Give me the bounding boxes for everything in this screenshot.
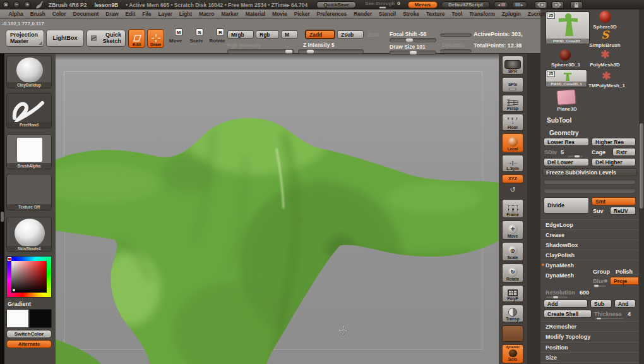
focal-shift-slider[interactable] bbox=[390, 38, 436, 42]
lsym-button[interactable]: →|← L.Sym bbox=[502, 155, 523, 172]
alternate-button[interactable]: Alternate bbox=[6, 340, 52, 348]
transparency-button[interactable]: Transp bbox=[502, 305, 523, 322]
empty-slider-2[interactable] bbox=[544, 188, 636, 193]
dynamesh-button[interactable]: DynaMesh bbox=[546, 272, 574, 279]
rotate-mode-button[interactable]: R Rotate bbox=[208, 28, 227, 44]
zcut-button[interactable]: Zcut bbox=[367, 32, 379, 38]
resolution-knob[interactable] bbox=[552, 296, 559, 299]
panel-scrollbar-thumb[interactable] bbox=[640, 123, 643, 209]
scale-mode-button[interactable]: S Scale bbox=[187, 28, 206, 44]
maximize-icon[interactable]: + bbox=[24, 1, 31, 8]
frame-button[interactable]: Frame bbox=[502, 199, 523, 218]
spin-icon[interactable]: ↺ bbox=[502, 186, 523, 193]
current-brush-button[interactable]: ClayBuildup bbox=[6, 56, 52, 88]
menu-stroke[interactable]: Stroke bbox=[400, 11, 423, 17]
edit-button[interactable]: Edit bbox=[128, 29, 145, 48]
draw-button[interactable]: Draw bbox=[147, 29, 164, 48]
sphere3d-1-icon[interactable] bbox=[559, 49, 571, 61]
menu-draw[interactable]: Draw bbox=[102, 11, 122, 17]
menu-material[interactable]: Material bbox=[242, 11, 268, 17]
solo-button[interactable]: dynamic Solo bbox=[502, 344, 523, 363]
menu-brush[interactable]: Brush bbox=[27, 11, 49, 17]
thickness-slider[interactable] bbox=[594, 317, 624, 320]
resolution-slider[interactable] bbox=[546, 296, 568, 299]
color-picker[interactable] bbox=[6, 256, 52, 298]
menu-zplugin[interactable]: Zplugin bbox=[498, 11, 524, 17]
menu-zscript[interactable]: Zscript bbox=[524, 11, 549, 17]
local-button[interactable]: Local bbox=[502, 133, 523, 152]
blur-slider[interactable] bbox=[593, 284, 607, 288]
blur-knob[interactable] bbox=[593, 284, 599, 288]
move-mode-button[interactable]: M Move bbox=[166, 28, 185, 44]
floor-button[interactable]: x y z ↓ Floor bbox=[502, 114, 523, 131]
rgb-intensity-knob[interactable] bbox=[285, 49, 293, 54]
geometry-section-header[interactable]: Geometry bbox=[549, 130, 579, 136]
menu-document[interactable]: Document bbox=[69, 11, 102, 17]
xyz-symmetry-button[interactable]: XYZ bbox=[502, 174, 523, 183]
upper-empty-slider[interactable] bbox=[440, 33, 472, 37]
current-material-button[interactable]: SkinShade4 bbox=[6, 217, 52, 252]
menu-movie[interactable]: Movie bbox=[269, 11, 291, 17]
zadd-button[interactable]: Zadd bbox=[306, 30, 335, 39]
zscript-next-button[interactable]: ΙΙΙΙ► bbox=[512, 1, 527, 8]
sub-button[interactable]: Sub bbox=[590, 300, 612, 308]
main-color-swatch[interactable] bbox=[6, 309, 29, 328]
persp-button[interactable]: Persp bbox=[502, 95, 523, 112]
menu-tool[interactable]: Tool bbox=[448, 11, 466, 17]
edgeloop-section[interactable]: EdgeLoop bbox=[540, 219, 639, 229]
menu-light[interactable]: Light bbox=[176, 11, 195, 17]
menu-texture[interactable]: Texture bbox=[422, 11, 448, 17]
divide-button[interactable]: Divide bbox=[544, 197, 589, 214]
see-through-slider[interactable]: See-through 0 bbox=[365, 1, 400, 9]
lock-icon[interactable] bbox=[570, 1, 583, 9]
spix-button[interactable]: SPix bbox=[502, 77, 523, 92]
panel-divider[interactable] bbox=[527, 9, 540, 364]
tmpolymesh-label[interactable]: TMPolyMesh_1 bbox=[580, 83, 634, 88]
secondary-color-swatch[interactable] bbox=[29, 309, 52, 328]
rotate-view-button[interactable]: ↻ Rotate bbox=[502, 264, 523, 282]
subtool-section-header[interactable]: SubTool bbox=[547, 117, 571, 124]
higher-res-button[interactable]: Higher Res bbox=[592, 138, 636, 146]
position-section[interactable]: Position bbox=[540, 342, 639, 352]
quicksave-button[interactable]: QuickSave bbox=[316, 1, 356, 8]
color-picker-sv-square[interactable] bbox=[11, 261, 47, 293]
spix-knob[interactable] bbox=[509, 88, 516, 90]
divider-right-icon[interactable] bbox=[551, 1, 564, 9]
dynamic-toggle[interactable]: Dynamic bbox=[442, 42, 464, 48]
scale-view-button[interactable]: ◎ Scale bbox=[502, 242, 523, 261]
add-button[interactable]: Add bbox=[544, 300, 588, 308]
move-view-button[interactable]: ✛ Move bbox=[502, 221, 523, 240]
gradient-label[interactable]: Gradient bbox=[0, 301, 56, 307]
del-higher-button[interactable]: Del Higher bbox=[592, 158, 636, 166]
current-alpha-button[interactable]: BrushAlpha bbox=[6, 134, 52, 169]
rgb-button[interactable]: Rgb bbox=[256, 30, 279, 39]
modify-topology-section[interactable]: Modify Topology bbox=[540, 331, 639, 341]
close-icon[interactable]: ✕ bbox=[3, 1, 9, 8]
lightbox-button[interactable]: LightBox bbox=[46, 30, 84, 47]
empty-slider-1[interactable] bbox=[544, 179, 636, 185]
divider-left-icon[interactable] bbox=[535, 1, 547, 9]
rgb-intensity-slider[interactable] bbox=[227, 49, 294, 54]
tray-divider-handle[interactable] bbox=[1, 212, 4, 222]
bpr-button[interactable]: BPR bbox=[502, 56, 523, 75]
lower-res-button[interactable]: Lower Res bbox=[544, 138, 589, 146]
menu-alpha[interactable]: Alpha bbox=[5, 11, 27, 17]
crease-section[interactable]: Crease bbox=[540, 229, 639, 240]
zsub-button[interactable]: Zsub bbox=[337, 30, 364, 39]
draw-size-knob[interactable] bbox=[409, 51, 417, 55]
freeze-subdivision-button[interactable]: Freeze SubDivision Levels bbox=[542, 168, 637, 176]
sphere3d-icon[interactable] bbox=[599, 11, 611, 23]
polish-toggle[interactable]: Polish bbox=[616, 269, 633, 275]
switch-color-button[interactable]: SwitchColor bbox=[6, 330, 52, 338]
reuv-button[interactable]: ReUV bbox=[610, 207, 636, 215]
menu-file[interactable]: File bbox=[139, 11, 155, 17]
polyframe-button[interactable]: PolyF bbox=[502, 285, 523, 302]
menu-transform[interactable]: Transform bbox=[466, 11, 499, 17]
menu-picker[interactable]: Picker bbox=[290, 11, 313, 17]
del-lower-button[interactable]: Del Lower bbox=[544, 158, 589, 166]
sculpt-canvas[interactable] bbox=[56, 54, 499, 364]
draw-size-slider[interactable] bbox=[390, 51, 436, 55]
claypolish-section[interactable]: ClayPolish bbox=[540, 250, 639, 260]
menu-macro[interactable]: Macro bbox=[195, 11, 218, 17]
size-section[interactable]: Size bbox=[540, 352, 639, 362]
